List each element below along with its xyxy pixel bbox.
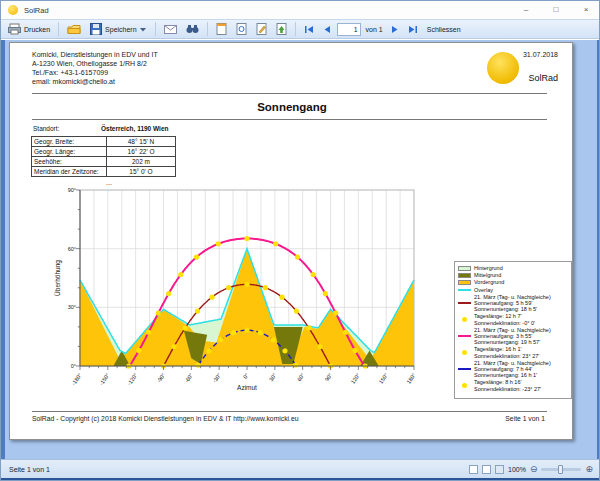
table-cell-value: 15° 0' O	[107, 167, 176, 177]
email-button[interactable]	[161, 24, 180, 35]
legend-swatch-dot	[457, 317, 471, 322]
ellipsis-note: ...	[106, 179, 112, 186]
zoom-page-icon	[236, 23, 247, 35]
last-page-icon	[408, 25, 418, 34]
y-tick-label: 60°	[68, 246, 76, 252]
report-date: 31.07.2018	[523, 51, 558, 58]
table-cell-value: 202 m	[107, 157, 176, 167]
legend-swatch-dot	[457, 383, 471, 388]
window-title: SolRad	[24, 6, 49, 15]
report-title: Sonnengang	[10, 101, 574, 113]
legend-label: Hintergrund	[474, 265, 503, 271]
close-preview-label: Schliessen	[427, 26, 461, 33]
hour-dot	[136, 348, 141, 353]
legend-swatch-fill	[457, 273, 471, 278]
hour-dot	[244, 282, 249, 287]
close-button[interactable]: ×	[571, 1, 600, 19]
toolbar: Drucken Speichern	[1, 19, 600, 39]
export-page-icon	[276, 23, 287, 35]
legend-item: Vordergrund	[457, 279, 569, 285]
print-button[interactable]: Drucken	[5, 22, 53, 36]
first-page-icon	[304, 25, 314, 34]
sun-app-icon	[8, 5, 18, 15]
legend-item: Overlay	[457, 287, 569, 293]
x-tick-label: 150°	[378, 372, 389, 385]
save-dropdown-icon[interactable]	[140, 27, 147, 32]
legend-label: Vordergrund	[474, 279, 504, 285]
find-button[interactable]	[183, 23, 202, 35]
footer-copyright: SolRad - Copyright (c) 2018 Komicki Dien…	[32, 415, 299, 422]
zoom-page-button[interactable]	[233, 22, 250, 36]
legend-item: Tageslänge: 16 h 1'Sonnendeklination: 23…	[457, 346, 569, 358]
save-label: Speichern	[105, 26, 137, 33]
next-page-button[interactable]	[388, 24, 402, 35]
legend-swatch-fill	[457, 280, 471, 285]
hour-dot	[194, 255, 199, 260]
hour-dot	[273, 241, 278, 246]
minimize-button[interactable]: –	[511, 1, 541, 19]
company-line: email: mkomicki@chello.at	[32, 77, 158, 86]
view-mode-width-icon[interactable]	[495, 465, 504, 474]
x-tick-label: -180°	[70, 372, 82, 386]
save-button[interactable]: Speichern	[87, 22, 150, 36]
hour-dot	[244, 236, 249, 241]
location-table: Geogr. Breite:48° 15' NGeogr. Länge:16° …	[31, 136, 176, 177]
hour-dot	[352, 348, 357, 353]
x-tick-label: 90°	[324, 372, 334, 382]
legend-label: Overlay	[474, 287, 493, 293]
close-preview-button[interactable]: Schliessen	[424, 25, 464, 34]
table-cell-value: 48° 15' N	[107, 137, 176, 147]
legend-swatch-fill	[457, 266, 471, 271]
legend-swatch-line	[457, 368, 471, 370]
toolbar-separator	[207, 22, 208, 36]
hour-dot	[244, 328, 249, 333]
statusbar-page-info: Seite 1 von 1	[9, 466, 50, 473]
printer-icon	[8, 23, 21, 35]
toolbar-separator	[58, 22, 59, 36]
page-setup-button[interactable]	[213, 22, 230, 36]
y-tick-label: 90°	[68, 187, 76, 193]
zoom-slider-handle[interactable]	[558, 465, 563, 474]
x-tick-label: -150°	[98, 372, 110, 386]
sun-path-chart: -180°-150°-120°-90°-60°-30°0°30°60°90°12…	[10, 183, 470, 397]
hour-dot	[333, 310, 338, 315]
edit-page-button[interactable]	[253, 22, 270, 36]
hour-dot	[279, 295, 284, 300]
header-rule	[32, 93, 547, 94]
x-tick-label: 120°	[350, 372, 361, 385]
legend-label: Mittelgrund	[474, 272, 501, 278]
zoom-in-button[interactable]: ⊕	[585, 464, 593, 474]
maximize-button[interactable]: □	[541, 1, 571, 19]
x-tick-label: -30°	[211, 372, 222, 384]
zoom-slider[interactable]	[541, 468, 581, 471]
title-rule	[32, 119, 547, 120]
open-button[interactable]	[64, 23, 84, 36]
prev-page-icon	[323, 25, 331, 34]
legend-swatch-line	[457, 335, 471, 337]
x-tick-label: -60°	[183, 372, 194, 384]
legend-swatch-dot	[457, 350, 471, 355]
legend-item: 21. März (Tag- u. Nachtgleiche)Sonnenauf…	[457, 327, 569, 346]
view-mode-multi-icon[interactable]	[469, 465, 478, 474]
toolbar-separator	[155, 22, 156, 36]
legend-swatch-line	[457, 289, 471, 291]
legend-item: Tageslänge: 8 h 16'Sonnendeklination: -2…	[457, 379, 569, 391]
last-page-button[interactable]	[405, 24, 421, 35]
export-page-button[interactable]	[273, 22, 290, 36]
hour-dot	[271, 337, 276, 342]
print-label: Drucken	[24, 26, 50, 33]
x-axis-title: Azimut	[237, 384, 257, 391]
view-mode-single-icon[interactable]	[482, 465, 491, 474]
legend-item: Tageslänge: 12 h 7'Sonnendeklination: -0…	[457, 313, 569, 325]
prev-page-button[interactable]	[320, 24, 334, 35]
location-table-body: Geogr. Breite:48° 15' NGeogr. Länge:16° …	[32, 137, 176, 177]
page-number-input[interactable]	[337, 23, 361, 36]
y-tick-label: 30°	[68, 304, 76, 310]
first-page-button[interactable]	[301, 24, 317, 35]
zoom-out-button[interactable]: ⊖	[530, 464, 538, 474]
logo-text: SolRad	[528, 73, 558, 83]
company-block: Komicki, Dienstleistungen in EDV und ITA…	[32, 50, 158, 86]
legend-label: Tageslänge: 8 h 16'Sonnendeklination: -2…	[474, 379, 541, 391]
hour-dot	[171, 344, 176, 349]
table-row: Geogr. Länge:16° 22' O	[32, 147, 176, 157]
